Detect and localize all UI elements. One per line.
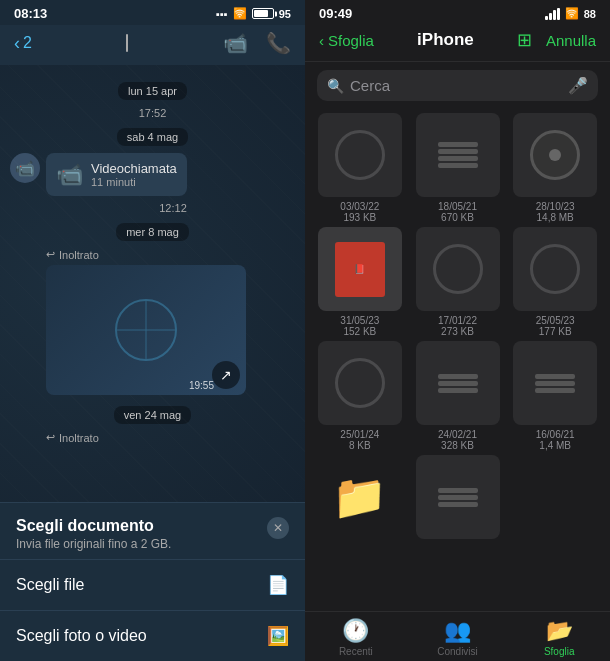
file-item-3[interactable]: 28/10/23 14,8 MB	[508, 113, 602, 223]
sheet-header-text: Scegli documento Invia file originali fi…	[16, 517, 171, 551]
nav-title: iPhone	[417, 30, 474, 50]
back-button[interactable]: ‹ 2	[14, 33, 32, 54]
video-call-bubble-icon: 📹	[56, 162, 83, 188]
file-meta-9: 16/06/21 1,4 MB	[536, 429, 575, 451]
search-icon: 🔍	[327, 78, 344, 94]
bottom-sheet: Scegli documento Invia file originali fi…	[0, 502, 305, 661]
date-badge-4: ven 24 mag	[10, 405, 295, 423]
call-info: Videochiamata 11 minuti	[91, 161, 177, 188]
file-item-2[interactable]: 18/05/21 670 KB	[411, 113, 505, 223]
call-message-row: 📹 📹 Videochiamata 11 minuti 12:12	[10, 153, 295, 214]
video-call-icon[interactable]: 📹	[223, 31, 248, 55]
close-button[interactable]: ✕	[267, 517, 289, 539]
browse-icon: 📂	[546, 618, 573, 644]
time-1: 17:52	[10, 107, 295, 119]
battery-right: 88	[584, 8, 596, 20]
file-item-6[interactable]: 25/05/23 177 KB	[508, 227, 602, 337]
file-item-10[interactable]: 📁	[313, 455, 407, 543]
date-badge-2: sab 4 mag	[10, 127, 295, 145]
file-icon: 📄	[267, 574, 289, 596]
tab-recenti[interactable]: 🕐 Recenti	[305, 618, 407, 657]
search-input[interactable]: Cerca	[350, 77, 562, 94]
back-count: 2	[23, 34, 32, 52]
phone-icon[interactable]: 📞	[266, 31, 291, 55]
file-item-9[interactable]: 16/06/21 1,4 MB	[508, 341, 602, 451]
file-item-7[interactable]: 25/01/24 8 KB	[313, 341, 407, 451]
file-meta-3: 28/10/23 14,8 MB	[536, 201, 575, 223]
file-thumb-2	[416, 113, 500, 197]
image-bubble[interactable]: ↗ 19:55	[46, 265, 246, 395]
battery-percent: 95	[279, 8, 291, 20]
right-status-bar: 09:49 🛜 88	[305, 0, 610, 25]
tab-recenti-label: Recenti	[339, 646, 373, 657]
photo-icon: 🖼️	[267, 625, 289, 647]
left-status-bar: 08:13 ▪▪▪ 🛜 95	[0, 0, 305, 25]
right-status-icons: 🛜 88	[545, 7, 596, 20]
date-badge-1: lun 15 apr	[10, 81, 295, 99]
file-thumb-8	[416, 341, 500, 425]
file-circle-dot-icon	[530, 130, 580, 180]
header-actions: 📹 📞	[223, 31, 291, 55]
tab-sfoglia-label: Sfoglia	[544, 646, 575, 657]
tab-condivisi[interactable]: 👥 Condivisi	[407, 618, 509, 657]
file-row-1: 03/03/22 193 KB 18/05/21 670 KB	[313, 113, 602, 223]
file-thumb-3	[513, 113, 597, 197]
choose-photo-option[interactable]: Scegli foto o video 🖼️	[0, 610, 305, 661]
right-time: 09:49	[319, 6, 352, 21]
back-to-sfoglia[interactable]: ‹ Sfoglia	[319, 32, 374, 49]
clock-icon: 🕐	[342, 618, 369, 644]
tab-sfoglia[interactable]: 📂 Sfoglia	[508, 618, 610, 657]
file-meta-5: 17/01/22 273 KB	[438, 315, 477, 337]
share-icon[interactable]: ↗	[212, 361, 240, 389]
file-item-1[interactable]: 03/03/22 193 KB	[313, 113, 407, 223]
file-row-3: 25/01/24 8 KB 24/02/21 328 KB	[313, 341, 602, 451]
file-meta-4: 31/05/23 152 KB	[340, 315, 379, 337]
file-item-4[interactable]: 📕 31/05/23 152 KB	[313, 227, 407, 337]
file-item-8[interactable]: 24/02/21 328 KB	[411, 341, 505, 451]
file-item-11[interactable]	[411, 455, 505, 543]
file-item-12	[508, 455, 602, 543]
forward-icon-2: ↩	[46, 431, 55, 444]
forward-icon: ↩	[46, 248, 55, 261]
search-bar[interactable]: 🔍 Cerca 🎤	[317, 70, 598, 101]
file-meta-1: 03/03/22 193 KB	[340, 201, 379, 223]
file-stack-icon	[438, 142, 478, 168]
left-time: 08:13	[14, 6, 47, 21]
choose-file-option[interactable]: Scegli file 📄	[0, 559, 305, 610]
call-bubble: 📹 Videochiamata 11 minuti	[46, 153, 187, 196]
file-circle-icon	[335, 130, 385, 180]
grid-view-icon[interactable]: ⊞	[517, 29, 532, 51]
sheet-title: Scegli documento	[16, 517, 171, 535]
file-thumb-4: 📕	[318, 227, 402, 311]
file-stack-2-icon	[438, 374, 478, 393]
chat-area: lun 15 apr 17:52 sab 4 mag 📹 📹 Videochia…	[0, 65, 305, 502]
file-circle-2-icon	[433, 244, 483, 294]
back-chevron-icon: ‹	[14, 33, 20, 54]
forwarded-label-1: ↩ Inoltrato	[10, 248, 295, 261]
file-row-2: 📕 31/05/23 152 KB 17/01/22 273 KB	[313, 227, 602, 337]
file-thumb-5	[416, 227, 500, 311]
image-pattern-icon	[106, 290, 186, 370]
choose-file-label: Scegli file	[16, 576, 84, 594]
back-sfoglia-label: Sfoglia	[328, 32, 374, 49]
file-thumb-9	[513, 341, 597, 425]
file-meta-8: 24/02/21 328 KB	[438, 429, 477, 451]
file-circle-4-icon	[335, 358, 385, 408]
cancel-button[interactable]: Annulla	[546, 32, 596, 49]
file-row-4: 📁	[313, 455, 602, 543]
file-stack-4-icon	[438, 488, 478, 507]
file-thumb-7	[318, 341, 402, 425]
folder-icon: 📁	[332, 471, 387, 523]
left-status-icons: ▪▪▪ 🛜 95	[216, 7, 291, 20]
signal-bars-icon	[545, 8, 560, 20]
red-book-icon: 📕	[335, 242, 385, 297]
battery-icon	[252, 8, 274, 19]
mic-icon[interactable]: 🎤	[568, 76, 588, 95]
divider	[126, 34, 128, 52]
file-thumb-1	[318, 113, 402, 197]
forwarded-image-row: ↗ 19:55	[10, 265, 295, 395]
files-panel: 09:49 🛜 88 ‹ Sfoglia iPhone ⊞ Annulla 🔍 …	[305, 0, 610, 661]
file-thumb-6	[513, 227, 597, 311]
share-tab-icon: 👥	[444, 618, 471, 644]
file-item-5[interactable]: 17/01/22 273 KB	[411, 227, 505, 337]
